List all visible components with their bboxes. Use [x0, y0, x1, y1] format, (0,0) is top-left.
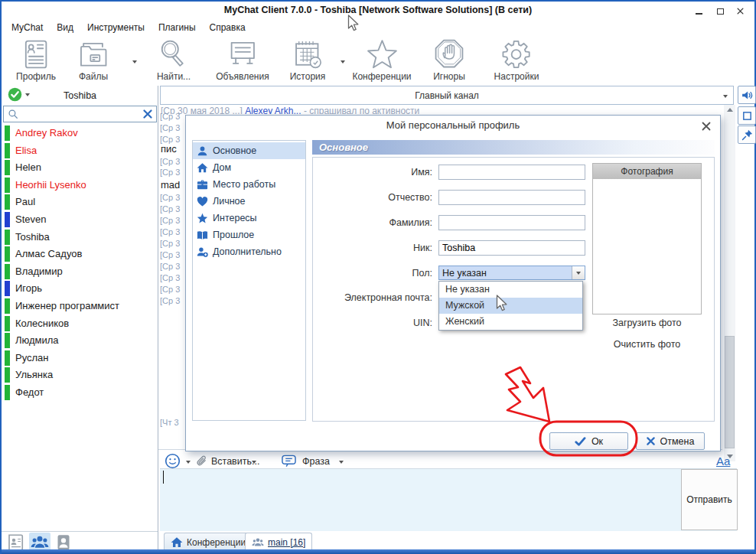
gender-option-2[interactable]: Женский — [439, 314, 582, 330]
toolbar-label: Конференции — [352, 71, 411, 82]
home-icon — [171, 536, 183, 549]
chat-fragment: [Ср 3 — [160, 239, 185, 248]
chat-fragment: [Ср 3 — [160, 296, 185, 305]
menu-item-plugins[interactable]: Плагины — [152, 20, 203, 35]
people-group-icon — [252, 536, 264, 549]
gender-combobox[interactable]: Не указан — [438, 266, 585, 280]
contact-row[interactable]: Elisa — [2, 142, 157, 159]
sound-button[interactable] — [738, 86, 756, 104]
toolbar-files-button[interactable]: Файлы — [77, 37, 110, 82]
contact-row[interactable]: Алмас Садуов — [2, 246, 157, 262]
dropdown-arrow-icon[interactable] — [132, 60, 137, 64]
chat-fragment: [Ср 3 — [160, 216, 185, 225]
close-button[interactable] — [733, 5, 747, 17]
combo-dropdown-button[interactable] — [572, 266, 585, 279]
dropdown-arrow-icon[interactable] — [341, 60, 345, 64]
surname-field[interactable] — [438, 215, 585, 230]
toolbar-label: Объявления — [216, 71, 269, 82]
phrase-bubble-icon[interactable] — [281, 454, 297, 468]
emoji-dropdown-arrow-icon[interactable] — [186, 461, 191, 464]
cancel-button[interactable]: Отмена — [636, 432, 705, 450]
toolbar-conferences-button[interactable]: Конференции — [352, 37, 411, 82]
contact-row[interactable]: Helen — [2, 159, 157, 176]
patronymic-field[interactable] — [438, 190, 585, 205]
star-icon-16 — [197, 213, 208, 224]
chat-author-link[interactable]: Alexey Arkh... — [245, 106, 301, 114]
contact-row[interactable]: Людмила — [2, 332, 157, 349]
gender-option-1[interactable]: Мужской — [439, 298, 582, 314]
dialog-nav-workplace[interactable]: Место работы — [193, 176, 305, 193]
font-button[interactable]: Aa — [716, 455, 730, 468]
chat-message-partial: [Ср 30 мая 2018 ...] Alexey Arkh... - сп… — [161, 106, 719, 114]
dialog-nav-past[interactable]: Прошлое — [193, 226, 305, 243]
gender-option-0[interactable]: Не указан — [439, 282, 582, 298]
toolbar-ignores-button[interactable]: Игноры — [432, 37, 466, 82]
window-title: MyChat Client 7.0.0 - Toshiba [Network S… — [2, 5, 754, 15]
status-bar-icon — [5, 246, 10, 262]
contact-row[interactable]: Andrey Rakov — [2, 125, 157, 142]
menu-item-mychat[interactable]: MyChat — [5, 20, 50, 35]
toolbar-announcements-button[interactable]: Объявления — [216, 37, 269, 82]
contact-row[interactable]: Heorhii Lysenko — [2, 177, 157, 194]
load-photo-button[interactable]: Загрузить фото — [592, 318, 702, 328]
tab-conferences[interactable]: Конференции — [164, 533, 253, 551]
toolbar-history-button[interactable]: История — [290, 37, 326, 82]
phrase-button[interactable]: Фраза — [302, 456, 330, 467]
menu-item-tools[interactable]: Инструменты — [80, 20, 152, 35]
channel-label: Главный канал — [161, 90, 733, 101]
contact-row[interactable]: Инженер программист — [2, 298, 157, 314]
nick-field[interactable] — [438, 240, 585, 256]
toolbar-settings-button[interactable]: Настройки — [494, 37, 539, 82]
search-input[interactable] — [21, 107, 140, 121]
paperclip-icon[interactable] — [195, 455, 209, 468]
contact-row[interactable]: Toshiba — [2, 229, 157, 246]
clear-photo-button[interactable]: Очистить фото — [592, 339, 702, 350]
contact-row[interactable]: Колесников — [2, 315, 157, 332]
menu-item-view[interactable]: Вид — [50, 20, 80, 35]
chat-fragment: [Ср 3 — [160, 193, 185, 202]
tab-main[interactable]: main [16] — [245, 533, 312, 551]
dialog-nav-interests[interactable]: Интересы — [193, 210, 305, 226]
toolbar-profile-button[interactable]: Профиль — [16, 37, 56, 82]
contact-row[interactable]: Paul — [2, 194, 157, 210]
message-input[interactable] — [160, 468, 737, 531]
layout-button[interactable] — [738, 106, 756, 125]
toolbar-find-button[interactable]: Найти... — [157, 37, 191, 82]
menu-item-help[interactable]: Справка — [203, 20, 253, 35]
contact-row[interactable]: Игорь — [2, 280, 157, 297]
scrollbar-thumb[interactable] — [725, 336, 735, 448]
insert-dropdown-arrow-icon[interactable] — [252, 461, 256, 464]
status-bar-icon — [5, 194, 10, 210]
contact-row[interactable]: Steven — [2, 211, 157, 228]
section-banner: Основное — [312, 140, 715, 155]
ok-button[interactable]: Ок — [549, 432, 628, 450]
status-bar-icon — [5, 350, 10, 366]
toolbar-label: Игноры — [432, 71, 466, 82]
channel-selector[interactable]: Главный канал — [160, 86, 734, 105]
contact-row[interactable]: Руслан — [2, 350, 157, 367]
dialog-nav-personal[interactable]: Личное — [193, 193, 305, 210]
pin-button[interactable] — [738, 125, 756, 144]
dialog-close-button[interactable] — [702, 122, 711, 131]
maximize-button[interactable] — [713, 5, 727, 17]
clear-search-icon[interactable] — [143, 109, 152, 119]
scroll-up-button[interactable] — [724, 105, 735, 115]
board-icon — [226, 37, 259, 71]
emoji-button[interactable] — [165, 453, 181, 469]
dialog-nav-general[interactable]: Основное — [193, 142, 305, 159]
contact-row[interactable]: Владимир — [2, 263, 157, 280]
name-field[interactable] — [438, 165, 585, 180]
dialog-nav-additional[interactable]: Дополнительно — [193, 243, 305, 260]
folder-icon — [77, 37, 110, 71]
square-icon — [741, 109, 754, 122]
send-button[interactable]: Отправить — [681, 469, 738, 530]
dialog-nav-home[interactable]: Дом — [193, 159, 305, 176]
status-bar-icon — [5, 212, 10, 227]
sidebar-divider — [158, 86, 158, 551]
contact-row[interactable]: Федот — [2, 384, 157, 401]
nav-label: Прошлое — [213, 230, 254, 240]
phrase-dropdown-arrow-icon[interactable] — [339, 461, 344, 464]
toolbar-label: Файлы — [77, 71, 110, 82]
minimize-button[interactable] — [692, 5, 705, 17]
contact-row[interactable]: Ульянка — [2, 367, 157, 383]
